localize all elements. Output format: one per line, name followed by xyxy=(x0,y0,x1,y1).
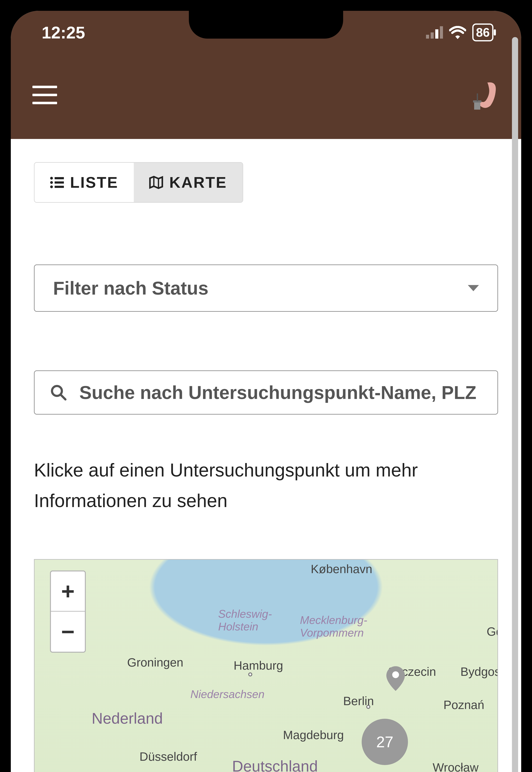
list-icon xyxy=(50,176,64,189)
status-filter-placeholder: Filter nach Status xyxy=(53,277,208,299)
svg-rect-1 xyxy=(431,32,434,39)
map-label: Poznań xyxy=(443,698,484,712)
svg-point-9 xyxy=(50,181,53,184)
main-content: LISTE KARTE Filter nach Status Suche nac… xyxy=(11,139,521,772)
map-label: Nederland xyxy=(92,709,163,727)
svg-rect-12 xyxy=(55,186,64,188)
svg-point-17 xyxy=(392,671,399,678)
app-logo-icon xyxy=(466,79,500,110)
tab-map-label: KARTE xyxy=(169,173,227,191)
svg-rect-3 xyxy=(440,26,443,39)
svg-rect-2 xyxy=(435,29,438,39)
app-header xyxy=(11,51,521,139)
svg-rect-0 xyxy=(426,35,429,39)
map-label: Hamburg xyxy=(234,659,283,673)
svg-rect-8 xyxy=(55,177,64,179)
device-notch xyxy=(189,11,343,39)
zoom-out-button[interactable]: − xyxy=(51,612,85,652)
map-label: Wrocław xyxy=(433,760,479,772)
map-label: Niedersachsen xyxy=(190,688,264,701)
wifi-icon xyxy=(449,26,466,39)
city-dot xyxy=(248,672,252,676)
chevron-down-icon xyxy=(468,285,479,291)
zoom-control: + − xyxy=(50,571,86,653)
status-filter-select[interactable]: Filter nach Status xyxy=(34,264,498,312)
svg-point-7 xyxy=(50,177,53,179)
tab-list[interactable]: LISTE xyxy=(35,163,134,202)
tab-list-label: LISTE xyxy=(70,173,118,191)
map-label: Berlin xyxy=(343,694,374,708)
svg-rect-10 xyxy=(55,181,64,184)
svg-point-11 xyxy=(50,185,53,188)
svg-line-16 xyxy=(61,395,65,400)
map-canvas[interactable]: + − København Schleswig- Holstein Meckle… xyxy=(34,559,498,772)
map-label: Deutschland xyxy=(232,757,318,772)
map-cluster[interactable]: 27 xyxy=(362,719,408,765)
battery-indicator: 86 xyxy=(472,23,493,41)
map-label: Schleswig- Holstein xyxy=(218,608,272,633)
map-pin[interactable] xyxy=(386,666,405,691)
zoom-in-button[interactable]: + xyxy=(51,572,85,612)
map-label: København xyxy=(311,562,372,576)
view-toggle: LISTE KARTE xyxy=(34,162,243,203)
map-label: Gdańs xyxy=(487,625,498,639)
search-input[interactable]: Suche nach Untersuchungspunkt-Name, PLZ xyxy=(34,370,498,415)
map-hint-text: Klicke auf einen Untersuchungspunkt um m… xyxy=(34,455,498,516)
menu-button[interactable] xyxy=(32,86,57,104)
map-label: Düsseldorf xyxy=(139,750,197,764)
tab-map[interactable]: KARTE xyxy=(134,163,242,202)
cellular-signal-icon xyxy=(426,26,443,39)
map-label: Bydgoszcz xyxy=(460,665,498,679)
map-label: Magdeburg xyxy=(283,728,344,742)
map-icon xyxy=(149,176,163,189)
search-icon xyxy=(50,384,67,401)
search-placeholder: Suche nach Untersuchungspunkt-Name, PLZ xyxy=(79,382,476,403)
map-label: Groningen xyxy=(127,655,183,670)
map-label: Mecklenburg- Vorpommern xyxy=(300,614,367,639)
status-time: 12:25 xyxy=(42,20,85,42)
scrollbar[interactable] xyxy=(512,37,518,772)
svg-rect-4 xyxy=(474,102,480,110)
svg-rect-6 xyxy=(477,93,478,101)
